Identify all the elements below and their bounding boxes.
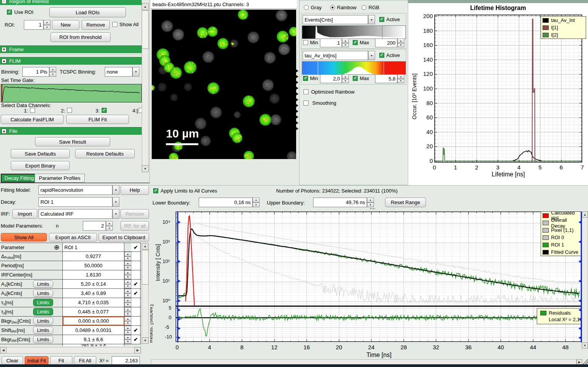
channel-1-checkbox[interactable] (30, 108, 35, 113)
tau-dropdown-button[interactable]: ▼ (368, 51, 375, 60)
export-as-ascii-button[interactable]: Export as ASCII (49, 233, 97, 241)
reset-range-button[interactable]: Reset Range (385, 198, 426, 207)
parameter-fixed-check[interactable]: ✔ (131, 280, 141, 288)
parameter-stepper[interactable]: ▲▼ (124, 298, 131, 307)
tcspc-dropdown-button[interactable]: ▼ (132, 67, 139, 77)
roi-number-stepper[interactable]: ▲▼ (44, 20, 50, 30)
n-field[interactable]: 2 (83, 221, 106, 231)
collapse-flim-button[interactable]: ▲ (2, 59, 7, 64)
tau-select[interactable]: tau_Av_Int[ns] (303, 51, 368, 60)
flim-fit-button[interactable]: FLIM Fit (66, 115, 129, 124)
export-binary-button[interactable]: Export Binary (11, 161, 70, 170)
tau-min-field[interactable]: 2,0 (320, 74, 342, 83)
table-scroll-up[interactable]: ▲ (142, 243, 149, 250)
fit-all-button[interactable]: Fit All (74, 356, 96, 364)
parameter-stepper[interactable]: ▲▼ (124, 261, 131, 270)
upper-boundary-field[interactable]: 49,76 ns (313, 198, 367, 207)
down-arrow-icon[interactable]: ▼ (44, 25, 50, 30)
use-roi-checkbox[interactable] (7, 10, 12, 15)
parameter-fixed-check[interactable]: ✔ (131, 289, 141, 298)
cursor-handle-icon[interactable] (178, 318, 181, 321)
parameter-value-field[interactable]: 291,9 ± 3,4 (63, 344, 124, 346)
parameter-value-field[interactable]: 0,000 ± 0,000 (63, 317, 124, 325)
parameter-value-field[interactable]: 0,0489 ± 0,0031 (63, 326, 124, 335)
parameter-value-field[interactable]: 0,445 ± 0,077 (63, 307, 124, 316)
tau-max-stepper[interactable]: ▲▼ (397, 74, 404, 83)
events-max-checkbox[interactable] (353, 40, 358, 45)
table-hscrollbar[interactable] (0, 347, 141, 354)
cursor-handle-icon[interactable] (178, 260, 181, 263)
table-scroll-right[interactable]: ▶ (134, 347, 141, 354)
column-header-check[interactable]: ✔ (131, 243, 141, 251)
cursor-handle-icon[interactable] (178, 280, 181, 283)
events-max-stepper[interactable]: ▲▼ (397, 39, 404, 47)
collapse-roi-button[interactable]: − (2, 0, 7, 4)
decay-scroll-down[interactable]: ▼ (582, 342, 588, 349)
events-min-field[interactable]: 1 (320, 39, 342, 47)
n-stepper[interactable]: ▲▼ (106, 221, 113, 231)
save-result-button[interactable]: Save Result (35, 137, 110, 146)
load-rois-button[interactable]: Load ROIs (49, 7, 126, 17)
tau-max-checkbox[interactable] (353, 76, 358, 81)
expand-frame-button[interactable]: ▼ (2, 47, 7, 52)
lower-boundary-cursor[interactable] (177, 211, 178, 342)
parameter-stepper[interactable]: ▲▼ (124, 280, 131, 288)
gray-radio[interactable] (304, 5, 309, 10)
decay-vscrollbar[interactable] (582, 211, 588, 349)
events-active-checkbox[interactable] (379, 17, 384, 22)
limits-button[interactable]: Limits (33, 317, 53, 325)
cursor-handle-icon[interactable] (578, 308, 581, 312)
lower-boundary-field[interactable]: 0,16 ns (199, 198, 253, 207)
apply-limits-checkbox[interactable] (153, 188, 158, 193)
binning-stepper[interactable]: ▲▼ (49, 67, 56, 77)
irf-remove-button[interactable]: Remove (121, 209, 149, 219)
cursor-handle-icon[interactable] (178, 240, 181, 243)
panel-splitter[interactable] (296, 0, 299, 185)
restore-defaults-button[interactable]: Restore Defaults (75, 149, 135, 158)
parameter-fixed-check[interactable] (131, 317, 141, 325)
parameter-stepper[interactable]: ▲▼ (124, 307, 131, 316)
events-histogram[interactable] (302, 25, 406, 39)
roi-number-field[interactable]: 1 (24, 20, 44, 30)
fitting-model-select[interactable]: rapidReconvolution (39, 185, 112, 195)
show-all-button[interactable]: Show All (1, 233, 47, 241)
parameter-value-field[interactable]: 50,0000 (63, 261, 124, 270)
channel-2-checkbox[interactable] (67, 108, 72, 113)
limits-button[interactable]: Limits (33, 308, 53, 315)
tau-min-stepper[interactable]: ▲▼ (342, 74, 349, 83)
lower-boundary-stepper[interactable]: ▲▼ (253, 198, 260, 207)
irf-for-all-button[interactable]: IRF for all (121, 221, 149, 231)
down-arrow-icon[interactable]: ▼ (49, 72, 56, 77)
channel-3-checkbox[interactable] (102, 108, 107, 113)
roi-remove-button[interactable]: Remove (82, 20, 110, 30)
tau-histogram[interactable] (302, 61, 406, 75)
limits-button[interactable]: Limits (33, 280, 53, 288)
parameter-stepper[interactable]: ▲▼ (124, 252, 131, 261)
show-all-checkbox[interactable] (112, 22, 117, 27)
parameter-value-field[interactable]: 4,710 ± 0,035 (63, 298, 124, 307)
fit-button[interactable]: Fit (50, 356, 72, 364)
initial-fit-button[interactable]: Initial Fit (25, 356, 49, 364)
rainbow-radio[interactable] (330, 5, 335, 10)
scroll-up-button[interactable]: ▲ (142, 3, 149, 10)
up-arrow-icon[interactable]: ▲ (106, 221, 113, 226)
export-to-clipboard-button[interactable]: Export to Clipboard (99, 233, 149, 241)
irf-import-button[interactable]: Import (12, 209, 37, 219)
cursor-handle-icon[interactable] (578, 299, 581, 302)
table-scroll-down[interactable]: ▼ (142, 337, 149, 344)
parameter-fixed-check[interactable] (131, 270, 141, 279)
smoothing-checkbox[interactable] (303, 101, 308, 106)
parameter-fixed-check[interactable] (131, 252, 141, 261)
cursor-handle-icon[interactable] (178, 308, 181, 312)
events-min-stepper[interactable]: ▲▼ (342, 39, 349, 47)
parameter-value-field[interactable]: 3,40 ± 0,89 (63, 289, 124, 298)
scroll-down-button[interactable]: ▼ (142, 165, 149, 172)
irf-select[interactable]: Calculated IRF (39, 209, 112, 219)
cursor-handle-icon[interactable] (578, 280, 581, 283)
cursor-handle-icon[interactable] (578, 260, 581, 263)
parameter-value-field[interactable]: 9,1 ± 6,6 (63, 335, 124, 344)
decay-hscrollbar[interactable] (151, 359, 576, 364)
limits-button[interactable]: Limits (33, 327, 53, 334)
tcspc-binning-select[interactable]: none (105, 67, 132, 77)
scrollbar-thumb[interactable] (142, 10, 149, 49)
